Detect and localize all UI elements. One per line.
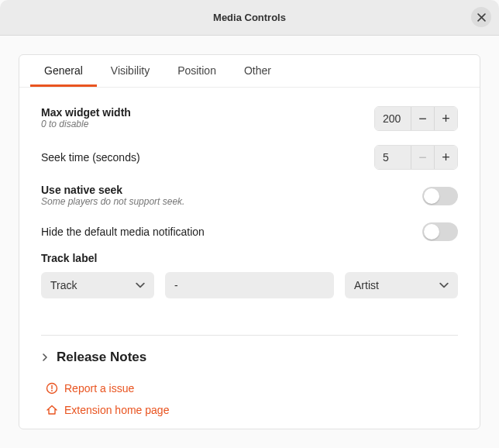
divider: [41, 335, 458, 336]
close-button[interactable]: [471, 7, 491, 27]
release-notes-title: Release Notes: [57, 350, 146, 365]
row-seek-time: Seek time (seconds) 5 − +: [41, 140, 458, 174]
row-hide-notif-labels: Hide the default media notification: [41, 226, 205, 238]
max-width-spinbox: 200 − +: [374, 106, 458, 131]
track-label-title: Track label: [41, 252, 458, 264]
settings-panel: General Visibility Position Other Max wi…: [19, 54, 480, 429]
report-issue-label: Report a issue: [64, 382, 134, 395]
spacer: [41, 298, 458, 335]
tab-general[interactable]: General: [30, 55, 97, 87]
content-area: General Visibility Position Other Max wi…: [0, 36, 499, 448]
window-title: Media Controls: [213, 12, 286, 23]
seek-time-spinbox: 5 − +: [374, 145, 458, 170]
alert-icon: [46, 382, 58, 395]
row-max-width: Max widget width 0 to disable 200 − +: [41, 102, 458, 136]
native-seek-sub: Some players do not support seek.: [41, 196, 184, 208]
track-label-sep-value: -: [174, 279, 178, 291]
tab-general-body: Max widget width 0 to disable 200 − + Se…: [19, 88, 480, 429]
tab-other[interactable]: Other: [230, 55, 285, 87]
hide-notif-title: Hide the default media notification: [41, 226, 205, 238]
max-width-increment[interactable]: +: [434, 107, 457, 130]
row-native-seek-labels: Use native seek Some players do not supp…: [41, 184, 184, 208]
close-icon: [477, 13, 486, 22]
seek-time-decrement: −: [411, 146, 434, 169]
track-label-row: Track - Artist: [41, 272, 458, 298]
home-icon: [46, 404, 58, 416]
max-width-sub: 0 to disable: [41, 119, 131, 131]
seek-time-increment[interactable]: +: [434, 146, 457, 169]
chevron-right-icon: [41, 353, 49, 361]
track-label-left-select[interactable]: Track: [41, 272, 154, 298]
window: Media Controls General Visibility Positi…: [0, 0, 499, 448]
native-seek-title: Use native seek: [41, 184, 184, 196]
native-seek-switch[interactable]: [422, 187, 458, 205]
row-max-width-labels: Max widget width 0 to disable: [41, 106, 131, 131]
report-issue-link[interactable]: Report a issue: [46, 377, 458, 399]
seek-time-value[interactable]: 5: [375, 146, 411, 169]
release-notes-expander[interactable]: Release Notes: [41, 350, 458, 365]
tab-position[interactable]: Position: [163, 55, 230, 87]
max-width-title: Max widget width: [41, 106, 131, 119]
row-seek-time-labels: Seek time (seconds): [41, 151, 140, 164]
seek-time-title: Seek time (seconds): [41, 151, 140, 164]
extension-home-link[interactable]: Extension home page: [46, 399, 458, 421]
track-label-right-select[interactable]: Artist: [345, 272, 458, 298]
extension-home-label: Extension home page: [64, 404, 169, 416]
track-label-right-value: Artist: [354, 279, 379, 291]
max-width-value[interactable]: 200: [375, 107, 411, 130]
tabs: General Visibility Position Other: [19, 55, 480, 88]
hide-notif-switch[interactable]: [422, 222, 458, 241]
row-hide-notif: Hide the default media notification: [41, 218, 458, 246]
svg-point-2: [51, 390, 53, 391]
tab-visibility[interactable]: Visibility: [97, 55, 163, 87]
chevron-down-icon: [136, 281, 145, 290]
titlebar: Media Controls: [0, 0, 499, 36]
track-label-left-value: Track: [50, 279, 77, 291]
row-native-seek: Use native seek Some players do not supp…: [41, 179, 458, 213]
track-label-separator-input[interactable]: -: [165, 272, 334, 298]
max-width-decrement[interactable]: −: [411, 107, 434, 130]
chevron-down-icon: [439, 281, 449, 290]
